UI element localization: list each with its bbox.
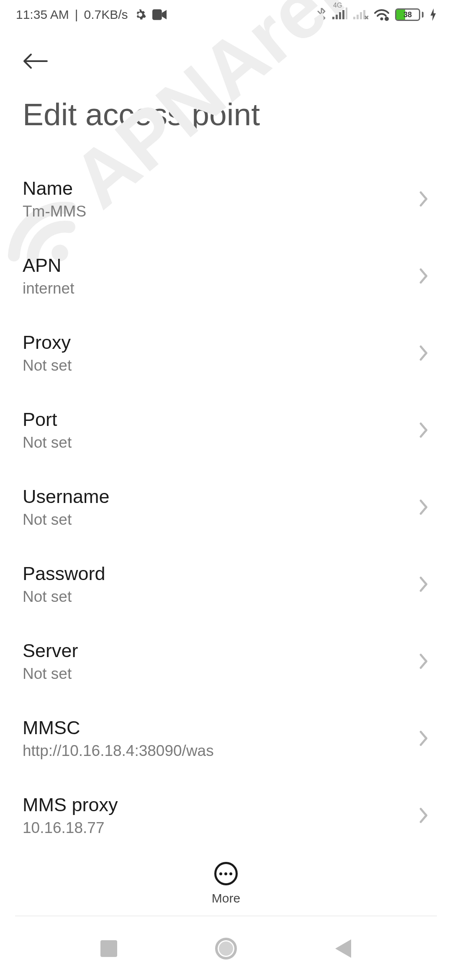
item-apn[interactable]: APN internet	[23, 236, 429, 313]
circle-icon	[215, 938, 237, 959]
svg-point-11	[380, 18, 383, 21]
nav-home-button[interactable]	[209, 932, 243, 965]
item-label: Port	[23, 409, 72, 431]
item-password[interactable]: Password Not set	[23, 544, 429, 622]
item-label: MMS proxy	[23, 794, 118, 816]
item-value: internet	[23, 280, 74, 297]
battery-percent: 38	[396, 10, 419, 20]
chevron-right-icon	[418, 653, 429, 670]
item-value: 10.16.18.77	[23, 819, 118, 837]
item-label: Password	[23, 563, 105, 585]
item-username[interactable]: Username Not set	[23, 467, 429, 544]
signal-1-icon: 4G	[332, 8, 347, 22]
item-value: Not set	[23, 434, 72, 451]
arrow-left-icon	[23, 53, 48, 70]
item-server[interactable]: Server Not set	[23, 622, 429, 699]
network-label: 4G	[333, 2, 342, 9]
chevron-right-icon	[418, 268, 429, 284]
item-label: Name	[23, 178, 86, 199]
triangle-left-icon	[335, 939, 351, 958]
chevron-right-icon	[418, 730, 429, 747]
settings-list: Name Tm-MMS APN internet Proxy Not set P…	[0, 141, 452, 853]
svg-rect-7	[353, 17, 355, 19]
item-value: Not set	[23, 665, 78, 683]
status-separator: |	[75, 8, 78, 22]
gear-icon	[134, 8, 146, 21]
item-value: Not set	[23, 588, 105, 606]
item-label: Server	[23, 640, 78, 662]
bluetooth-icon	[316, 8, 326, 21]
chevron-right-icon	[418, 807, 429, 824]
square-icon	[100, 940, 117, 957]
item-port[interactable]: Port Not set	[23, 390, 429, 467]
chevron-right-icon	[418, 345, 429, 361]
item-label: Proxy	[23, 332, 72, 353]
svg-rect-10	[363, 10, 365, 19]
page-title: Edit access point	[23, 96, 429, 132]
statusbar: 11:35 AM | 0.7KB/s 4G	[0, 0, 452, 29]
item-label: MMSC	[23, 717, 214, 739]
item-name[interactable]: Name Tm-MMS	[23, 159, 429, 236]
chevron-right-icon	[418, 576, 429, 593]
item-value: http://10.16.18.4:38090/was	[23, 742, 214, 760]
svg-point-12	[385, 17, 389, 21]
signal-2-icon	[353, 8, 368, 22]
nav-recents-button[interactable]	[92, 932, 126, 965]
video-icon	[152, 9, 167, 21]
system-navbar	[0, 917, 452, 980]
item-value: Tm-MMS	[23, 203, 86, 220]
item-label: Username	[23, 486, 110, 508]
item-label: APN	[23, 255, 74, 276]
svg-rect-1	[152, 9, 162, 20]
header: Edit access point	[0, 29, 452, 141]
item-proxy[interactable]: Proxy Not set	[23, 313, 429, 390]
chevron-right-icon	[418, 422, 429, 438]
svg-rect-5	[342, 10, 344, 19]
svg-rect-2	[332, 17, 334, 19]
more-label: More	[212, 891, 240, 905]
more-icon	[214, 862, 238, 885]
svg-rect-9	[360, 12, 362, 19]
svg-rect-3	[336, 15, 338, 19]
item-value: Not set	[23, 357, 72, 374]
status-time: 11:35 AM	[16, 8, 69, 22]
item-value: Not set	[23, 511, 110, 529]
back-button[interactable]	[23, 46, 53, 76]
wifi-icon	[374, 8, 389, 21]
svg-rect-8	[357, 15, 359, 19]
svg-rect-4	[339, 12, 341, 19]
divider	[15, 916, 437, 916]
svg-rect-6	[346, 8, 347, 19]
charging-icon	[429, 8, 437, 21]
battery-icon: 38	[395, 8, 424, 21]
more-button[interactable]: More	[212, 862, 240, 905]
nav-back-button[interactable]	[326, 932, 360, 965]
status-data-speed: 0.7KB/s	[84, 8, 128, 22]
chevron-right-icon	[418, 499, 429, 516]
item-mmsc[interactable]: MMSC http://10.16.18.4:38090/was	[23, 699, 429, 776]
chevron-right-icon	[418, 191, 429, 207]
item-mms-proxy[interactable]: MMS proxy 10.16.18.77	[23, 776, 429, 853]
